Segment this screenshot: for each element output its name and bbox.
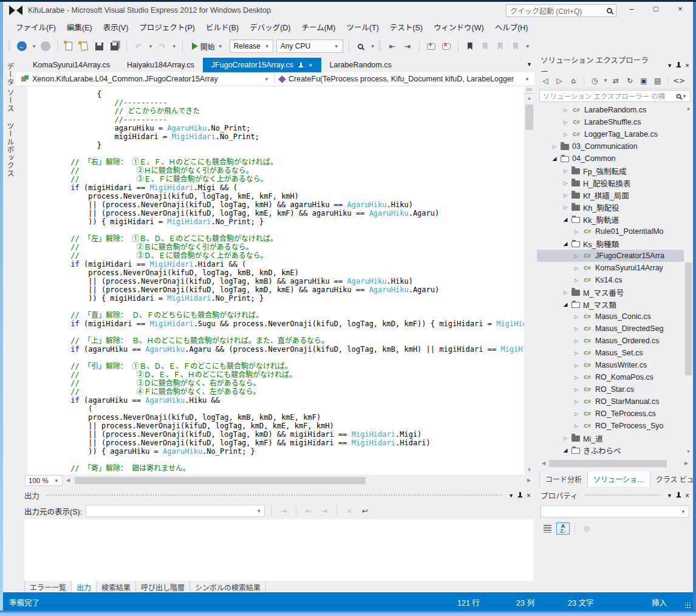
navigate-back-dropdown-icon[interactable]: ▼ [32, 44, 36, 49]
back-icon[interactable]: ◁ [539, 75, 551, 86]
solution-search-input[interactable]: ソリューション エクスプローラー の検 ▼ [539, 90, 691, 102]
tool-tab[interactable]: 検索結果 [97, 581, 136, 594]
expander-icon[interactable]: ▷ [562, 120, 568, 125]
properties-icon[interactable]: ▤ [652, 75, 664, 86]
editor-tab[interactable]: LarabeRandom.cs [321, 58, 400, 72]
tree-item[interactable]: ▷03_Communication [537, 140, 693, 152]
expander-icon[interactable]: ◢ [562, 447, 568, 453]
next-bookmark-icon[interactable] [498, 43, 503, 50]
configuration-combo[interactable]: Release ▼ [230, 39, 273, 53]
document-list-dropdown-icon[interactable]: ▼ [527, 61, 532, 67]
expander-icon[interactable]: ▷ [573, 265, 579, 271]
tree-item[interactable]: ▷C#LarabeRandom.cs [537, 104, 693, 116]
scroll-left-icon[interactable]: ◀ [64, 476, 72, 485]
tree-item[interactable]: ▷C#LarabeShuffle.cs [537, 116, 693, 128]
expander-icon[interactable]: ◢ [551, 156, 558, 162]
clear-all-icon[interactable]: × [343, 505, 355, 516]
navigate-back-icon[interactable]: ← [17, 41, 27, 51]
pending-changes-caret-icon[interactable]: ▼ [603, 78, 608, 83]
tree-item[interactable]: ▷M_マス番号 [537, 286, 693, 298]
scroll-up-icon[interactable]: ▲ [524, 94, 534, 103]
tree-item[interactable]: ▷C#Masus_DirectedSeg [537, 323, 693, 335]
pin-icon[interactable] [298, 62, 304, 69]
tree-item[interactable]: ▷C#RO_TeProcess_Syo [537, 420, 693, 432]
expander-icon[interactable]: ▷ [573, 314, 579, 320]
undo-icon[interactable]: ↶ [132, 40, 145, 52]
tree-item[interactable]: ▷C#MasusWriter.cs [537, 359, 693, 371]
scrollbar-thumb[interactable] [685, 262, 692, 375]
menu-item[interactable]: ファイル(F) [10, 19, 61, 35]
pin-icon[interactable] [517, 492, 523, 499]
minimize-button[interactable]: – [624, 3, 640, 15]
tree-item[interactable]: ▷C#Masus_Conic.cs [537, 310, 693, 323]
expander-icon[interactable]: ▷ [551, 144, 558, 149]
expander-icon[interactable]: ▷ [562, 290, 568, 295]
tree-item[interactable]: ▷Kf_棋譜_局面 [537, 189, 693, 201]
tree-item[interactable]: ▷Mi_道 [537, 432, 693, 444]
scroll-right-icon[interactable]: ▶ [682, 459, 691, 468]
tree-item[interactable]: ▷C#RO_StarManual.cs [537, 395, 693, 408]
editor-tab[interactable]: JFugoCreator15Array.cs× [203, 58, 321, 72]
tool-tab[interactable]: 呼び出し階層 [136, 581, 190, 594]
expander-icon[interactable]: ◢ [562, 241, 568, 247]
close-icon[interactable]: × [527, 491, 531, 500]
expander-icon[interactable]: ▷ [573, 278, 579, 283]
menu-item[interactable]: 編集(E) [61, 19, 98, 35]
expander-icon[interactable]: ▷ [562, 436, 568, 441]
refresh-icon[interactable]: ↻ [624, 75, 636, 86]
tree-item[interactable]: ◢04_Common [537, 152, 693, 165]
splitter-grip[interactable] [524, 86, 534, 94]
tool-tab[interactable]: シンボルの検索結果 [190, 581, 266, 594]
tool-tab[interactable]: ソリューショ… [588, 471, 650, 487]
tree-item[interactable]: ▷Fp_強制転成 [537, 165, 693, 177]
previous-bookmark-icon[interactable] [483, 43, 488, 50]
tree-item[interactable]: ▷C#Ks14.cs [537, 274, 693, 286]
editor-vertical-scrollbar[interactable]: ▲ ▼ [524, 86, 534, 474]
menu-item[interactable]: ヘルプ(H) [490, 19, 534, 35]
tree-item[interactable]: ▷Kh_駒配役 [537, 201, 693, 213]
tree-item[interactable]: ▷C#Masus_Ordered.cs [537, 335, 693, 347]
word-wrap-icon[interactable]: ↩ [359, 505, 371, 516]
expander-icon[interactable]: ◢ [562, 301, 568, 307]
home-icon[interactable]: ⌂ [567, 75, 579, 86]
goto-message-icon[interactable]: ⇥ [278, 505, 290, 516]
add-item-icon[interactable] [81, 41, 89, 50]
remove-comment-icon[interactable] [442, 43, 451, 50]
output-content[interactable] [24, 519, 533, 581]
expander-icon[interactable]: ▷ [562, 205, 568, 210]
expander-icon[interactable]: ▷ [573, 338, 579, 344]
properties-header[interactable]: プロパティ ▼ × [537, 488, 693, 503]
side-tab[interactable]: ツールボックス [3, 117, 17, 182]
expander-icon[interactable]: ▷ [562, 180, 568, 186]
collapse-all-icon[interactable]: ▣ [638, 75, 650, 86]
tree-item[interactable]: ▷C#KomaSyurui14Array [537, 262, 693, 274]
tree-item[interactable]: ▷H_配役転換表 [537, 177, 693, 189]
previous-message-icon[interactable]: ⇤ [302, 505, 315, 516]
scroll-down-icon[interactable]: ▼ [524, 465, 534, 474]
tree-item[interactable]: ◢M_マス類 [537, 298, 693, 310]
new-file-icon[interactable] [66, 42, 72, 50]
expander-icon[interactable]: ▷ [573, 411, 579, 417]
tool-tab[interactable]: 出力 [72, 581, 97, 594]
property-pages-icon[interactable]: ⚙ [580, 522, 593, 535]
expander-icon[interactable]: ◢ [562, 216, 568, 222]
forward-icon[interactable]: ▷ [553, 75, 565, 86]
expander-icon[interactable]: ▷ [573, 399, 579, 405]
tree-item[interactable]: ◢Kk_駒軌道 [537, 213, 693, 225]
close-icon[interactable]: × [309, 61, 312, 69]
clear-bookmarks-icon[interactable] [513, 43, 518, 50]
scrollbar-thumb[interactable] [75, 477, 366, 484]
view-code-icon[interactable]: <> [673, 75, 685, 86]
toolbar-overflow-icon[interactable]: ▼ [525, 44, 530, 49]
tree-item[interactable]: ▷C#LoggerTag_Larabe.cs [537, 128, 693, 140]
pending-changes-icon[interactable]: ◷ [589, 75, 601, 86]
menu-item[interactable]: テスト(S) [384, 19, 428, 35]
categorized-icon[interactable] [541, 522, 554, 535]
maximize-button[interactable]: □ [648, 3, 664, 15]
pin-icon[interactable] [676, 62, 681, 69]
window-position-icon[interactable]: ▼ [667, 493, 672, 499]
close-icon[interactable]: × [685, 61, 689, 70]
editor-tab[interactable]: KomaSyurui14Array.cs [24, 58, 118, 72]
output-header[interactable]: 出力 ▼ × [16, 488, 534, 503]
tree-vertical-scrollbar[interactable]: ▲ ▼ [684, 104, 693, 456]
